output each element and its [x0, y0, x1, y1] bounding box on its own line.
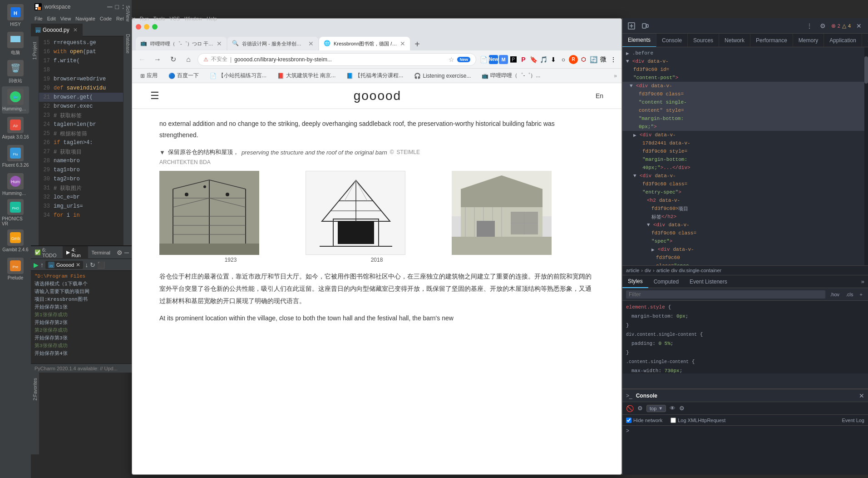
menu-code[interactable]: Code [98, 16, 113, 21]
dom-line[interactable]: "content-post"> [622, 74, 868, 82]
breadcrumb-div-single[interactable]: article div div.single-container [656, 268, 721, 273]
dt-tab-elements[interactable]: Elements [622, 34, 656, 47]
dom-line[interactable]: fd3f9c60 style= [622, 147, 868, 155]
menu-file[interactable]: File [33, 16, 44, 21]
pycharm-tab-gooood[interactable]: py Gooood.py ✕ [31, 24, 83, 36]
dom-line[interactable]: "content single- [622, 98, 868, 106]
console-input-field[interactable] [633, 428, 864, 434]
taskbar-icon-recycle[interactable]: 🗑️ 回收站 [2, 58, 29, 85]
console-close-btn[interactable]: ✕ [859, 392, 864, 399]
dom-line[interactable]: "entry-spec"> [622, 188, 868, 196]
menu-vcs[interactable]: VCS [168, 16, 182, 21]
ext-sync[interactable]: 🔄 [589, 55, 598, 64]
dom-line[interactable]: fd3f9c60 id= [622, 65, 868, 74]
settings2-icon[interactable]: ⚙ [679, 405, 685, 412]
close-devtools-btn[interactable]: ✕ [853, 20, 864, 31]
menu-help[interactable]: Help [205, 16, 219, 21]
styles-tab-event[interactable]: Event Listeners [684, 275, 733, 288]
dom-line[interactable]: "margin-bottom: [622, 115, 868, 123]
dom-line[interactable]: ▶ .before [622, 49, 868, 57]
dt-tab-console[interactable]: Console [656, 34, 688, 47]
taskbar-icon-hummingbird2[interactable]: Hum Hummingbird... [2, 171, 29, 198]
run-config-label[interactable]: py Gooood ✕ [45, 261, 83, 269]
bookmark-star[interactable]: ☆ [449, 56, 454, 63]
bookmark-toefl[interactable]: 📄 【小站托福练习言... [206, 71, 270, 80]
taskbar-icon-computer[interactable]: 电脑 [2, 30, 29, 57]
window-maximize[interactable]: □ [115, 3, 119, 10]
ext-new[interactable]: New [489, 55, 498, 64]
dom-line-selected[interactable]: ▼ <div data-v- [622, 82, 868, 90]
eye-icon[interactable]: 👁 [670, 405, 676, 412]
bookmark-apps[interactable]: ⊞ 应用 [137, 71, 161, 80]
window-maximize-btn[interactable] [152, 24, 158, 30]
close-tab-icon[interactable]: ✕ [73, 27, 78, 33]
dt-tab-sources[interactable]: Sources [688, 34, 719, 47]
bookmarks-more[interactable]: » [614, 73, 617, 79]
tab-close-icon[interactable]: ✕ [308, 40, 314, 47]
settings-devtools-btn[interactable]: ⚙ [818, 20, 829, 31]
dom-line[interactable]: "spec"> [622, 237, 868, 245]
dom-line[interactable]: <h2 data-v- [622, 196, 868, 204]
bookmark-listening[interactable]: 🎧 Listening exercise... [410, 72, 474, 80]
ext-more[interactable]: ⋮ [609, 55, 618, 64]
database-tab[interactable]: Database [124, 32, 131, 55]
ext-m[interactable]: M [499, 55, 508, 64]
breadcrumb-article[interactable]: article [626, 268, 639, 273]
browser-tab-kressbronn[interactable]: 🌐 Kressbronn图书馆，德国 / Stei... ✕ [319, 37, 410, 50]
close-run-config[interactable]: ✕ [76, 262, 80, 268]
ext-pinterest[interactable]: P [519, 55, 528, 64]
favorites-tab[interactable]: 2:Favorites [32, 376, 39, 402]
menu-view[interactable]: View [59, 16, 73, 21]
dom-line[interactable]: 178d2441 data-v- [622, 139, 868, 147]
dom-line[interactable]: ▼ <div data-v- [622, 221, 868, 229]
taskbar-icon-airpak[interactable]: Air Airpak 3.0.16 [2, 115, 29, 142]
todo-tab[interactable]: ✅6: TODO [31, 246, 63, 259]
forward-button[interactable]: → [151, 53, 164, 66]
dom-line[interactable]: fd3f9c60 [622, 254, 868, 262]
menu-tools[interactable]: Tools [152, 16, 167, 21]
dom-scrollbar[interactable] [864, 47, 868, 265]
dom-line[interactable]: ▼ <div data-v- [622, 172, 868, 180]
hide-network-checkbox[interactable] [626, 418, 631, 423]
styles-tab-styles[interactable]: Styles [622, 275, 648, 288]
dom-line[interactable]: fd3f9c60 class= [622, 229, 868, 237]
dom-line[interactable]: class="spec- [622, 262, 868, 265]
ext-lastpass[interactable]: ⬡ [579, 55, 588, 64]
dom-line[interactable]: 40px;">...</div> [622, 164, 868, 172]
ext-music[interactable]: 🎵 [539, 55, 548, 64]
bookmark-bilibili[interactable]: 📺 哔哩哔哩（゜-゜）... [478, 71, 544, 80]
back-button[interactable]: ← [136, 53, 148, 66]
taskbar-icon-hummingbird[interactable]: 🐦 Hummingbird... [2, 86, 29, 114]
address-bar[interactable]: ⚠ 不安全 | gooood.cn/library-kressbronn-by-… [197, 53, 476, 66]
ext-download[interactable]: ⬇ [549, 55, 558, 64]
play-button[interactable]: ▶ [34, 261, 39, 269]
bookmark-baidu[interactable]: 🔵 百度一下 [165, 71, 202, 80]
filter-console-btn[interactable]: ⚙ [637, 405, 643, 412]
settings-icon[interactable]: ⚙ [117, 249, 123, 256]
dt-tab-application[interactable]: Application [824, 34, 862, 47]
dom-line[interactable]: fd3f9c60>项目 [622, 204, 868, 213]
dt-tab-performance[interactable]: Performance [750, 34, 793, 47]
browser-tab-gooood-main[interactable]: 🔍 谷德设计网 - 服务全球创意，推... ✕ [227, 37, 318, 50]
hamburger-menu[interactable]: ☰ [150, 90, 159, 102]
taskbar-icon-fluent[interactable]: Flu Fluent 6.3.26 [2, 143, 29, 170]
menu-window[interactable]: Window [182, 16, 204, 21]
browser-tab-bilibili[interactable]: 📺 哔哩哔哩（゜-゜）つロ 干杯--bil... ✕ [136, 37, 227, 50]
terminal-tab[interactable]: Terminal [88, 246, 114, 259]
scrollbar-thumb[interactable] [864, 56, 868, 84]
bookmark-arch[interactable]: 📕 大筑建筑学社 南京... [274, 71, 339, 80]
down-arrow[interactable]: ↓ [85, 261, 88, 269]
sciview-tab[interactable]: SciView [124, 4, 131, 23]
tab-close-icon[interactable]: ✕ [217, 40, 222, 47]
dt-tab-network[interactable]: Network [719, 34, 750, 47]
ext-pdf[interactable]: 📄 [479, 55, 488, 64]
dt-tab-security[interactable]: Security [862, 34, 868, 47]
log-xmlhttp-checkbox[interactable] [671, 418, 676, 423]
inspect-element-btn[interactable] [626, 20, 637, 31]
dom-line[interactable]: 0px;"> [622, 123, 868, 131]
window-minimize[interactable]: ─ [107, 3, 112, 11]
clear-console-btn[interactable]: 🚫 [626, 405, 634, 412]
dom-line[interactable]: ▶ <div data-v- [622, 131, 868, 139]
styles-more-btn[interactable]: » [858, 278, 868, 285]
up-arrow[interactable]: ↑ [40, 261, 44, 269]
